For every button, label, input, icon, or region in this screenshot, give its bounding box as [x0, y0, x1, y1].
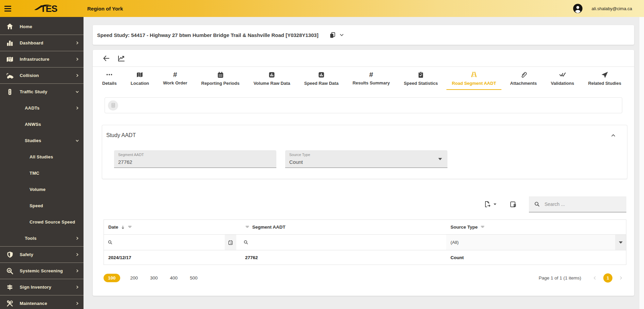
segment-aadt-field[interactable]: Segment AADT 27762: [114, 150, 276, 168]
tab-label: Work Order: [163, 80, 187, 85]
sidebar-item-label: Maintenance: [20, 301, 47, 306]
segment-aadt-filter-cell: [241, 235, 446, 250]
table-row[interactable]: 2024/12/17 27762 Count: [104, 250, 626, 265]
tab-details[interactable]: Details: [102, 67, 117, 90]
column-chooser-button[interactable]: [510, 201, 517, 208]
chevron-right-icon: [75, 285, 79, 289]
sidebar-item-tools[interactable]: Tools: [0, 230, 84, 246]
sidebar-item-tmc[interactable]: TMC: [0, 165, 84, 181]
date-filter-input[interactable]: [115, 240, 225, 245]
tab-speed-raw-data[interactable]: Speed Raw Data: [303, 67, 339, 90]
sidebar-item-safety[interactable]: Safety: [0, 246, 84, 263]
back-arrow-icon: [102, 54, 110, 62]
column-label: Segment AADT: [252, 225, 286, 230]
segment-aadt-filter-input[interactable]: [251, 240, 446, 245]
export-caret-button[interactable]: [493, 203, 497, 206]
grid-filter-row: (All): [104, 235, 626, 250]
copy-title-button[interactable]: [329, 32, 344, 38]
sidebar-item-label: Speed: [30, 203, 43, 208]
chevron-down-icon: [75, 139, 79, 142]
sidebar-item-crowd-source-speed[interactable]: Crowd Source Speed: [0, 214, 84, 230]
bar-chart-icon: [318, 71, 325, 78]
page-size-400[interactable]: 400: [168, 274, 180, 282]
aadt-data-grid: Date Segment AADT Source Type: [104, 219, 626, 265]
page-navigation: Page 1 of 1 (1 items) 1: [539, 273, 626, 283]
date-picker-button[interactable]: [225, 235, 236, 250]
sidebar-item-anwss[interactable]: ANWSs: [0, 116, 84, 132]
chevron-right-icon: [75, 57, 79, 61]
chevron-left-icon: [593, 276, 597, 280]
collapse-section-button[interactable]: [610, 133, 616, 138]
page-info: Page 1 of 1 (1 items): [539, 275, 581, 281]
sidebar-item-dashboard[interactable]: Dashboard: [0, 35, 84, 51]
source-type-value: Count: [289, 159, 303, 165]
header-filter-icon[interactable]: [128, 225, 132, 229]
sidebar-item-traffic-study[interactable]: Traffic Study: [0, 83, 84, 100]
sidebar-item-systemic-screening[interactable]: Systemic Screening: [0, 263, 84, 279]
header-filter-icon[interactable]: [245, 225, 250, 229]
tab-label: Related Studies: [588, 81, 621, 86]
page-scrollbar[interactable]: [639, 17, 644, 309]
sidebar-item-maintenance[interactable]: Maintenance: [0, 295, 84, 309]
ellipsis-icon: [106, 71, 113, 78]
tab-label: Details: [102, 81, 117, 86]
infrastructure-icon: [6, 56, 14, 63]
dropdown-arrow-icon[interactable]: [438, 157, 442, 161]
sidebar-item-speed[interactable]: Speed: [0, 197, 84, 214]
sidebar-item-label: Sign Inventory: [20, 285, 51, 290]
sidebar-item-home[interactable]: Home: [0, 18, 84, 35]
road-icon: [470, 71, 478, 78]
tab-speed-statistics[interactable]: Speed Statistics: [403, 67, 438, 90]
tab-work-order[interactable]: # Work Order: [162, 67, 188, 90]
sidebar-item-sign-inventory[interactable]: Sign Inventory: [0, 279, 84, 295]
dropdown-arrow-icon[interactable]: [615, 235, 626, 250]
calendar-icon: [217, 71, 224, 78]
hamburger-menu-icon[interactable]: [4, 4, 13, 13]
page-size-500[interactable]: 500: [188, 274, 200, 282]
column-header-source-type[interactable]: Source Type: [446, 220, 626, 234]
chevron-right-icon: [75, 302, 79, 305]
tab-reporting-periods[interactable]: Reporting Periods: [201, 67, 240, 90]
calculate-button[interactable]: [108, 100, 118, 111]
column-chooser-icon: [510, 201, 517, 208]
sidebar-item-volume[interactable]: Volume: [0, 181, 84, 197]
tab-results-summary[interactable]: # Results Summary: [352, 67, 390, 90]
segment-aadt-label: Segment AADT: [118, 153, 144, 157]
sidebar-item-collision[interactable]: Collision: [0, 67, 84, 83]
sidebar-item-all-studies[interactable]: All Studies: [0, 149, 84, 165]
tab-volume-raw-data[interactable]: Volume Raw Data: [253, 67, 291, 90]
next-page-button[interactable]: [615, 276, 626, 280]
page-size-300[interactable]: 300: [148, 274, 160, 282]
header-filter-icon[interactable]: [480, 225, 485, 229]
sidebar-item-infrastructure[interactable]: Infrastructure: [0, 51, 84, 67]
tab-validations[interactable]: Validations: [550, 67, 575, 90]
user-avatar[interactable]: [573, 3, 583, 14]
page-size-100[interactable]: 100: [104, 274, 120, 282]
study-aadt-section: Study AADT Segment AADT 27762 Source Typ…: [102, 125, 627, 179]
sidebar-item-aadts[interactable]: AADTs: [0, 100, 84, 116]
page-size-200[interactable]: 200: [128, 274, 140, 282]
previous-page-button[interactable]: [589, 276, 601, 280]
bar-chart-icon: [268, 71, 275, 78]
tab-related-studies[interactable]: Related Studies: [587, 67, 622, 90]
chevron-right-icon: [75, 74, 79, 77]
user-email[interactable]: ali.shalaby@cima.ca: [592, 6, 632, 11]
back-button[interactable]: [102, 54, 110, 62]
systemic-screening-icon: [6, 267, 14, 275]
sidebar-item-label: AADTs: [25, 105, 39, 111]
sidebar-item-studies[interactable]: Studies: [0, 132, 84, 149]
tab-location[interactable]: Location: [130, 67, 150, 90]
source-type-field[interactable]: Source Type Count: [285, 150, 447, 168]
column-header-date[interactable]: Date: [104, 220, 241, 234]
sidebar-nav: Home Dashboard Infrastructure Collision: [0, 17, 84, 309]
trend-chart-button[interactable]: [117, 54, 125, 62]
tab-attachments[interactable]: Attachments: [510, 67, 538, 90]
source-type-filter-select[interactable]: (All): [446, 235, 626, 250]
column-header-segment-aadt[interactable]: Segment AADT: [241, 220, 446, 234]
calendar-icon: [228, 240, 233, 245]
tab-label: Road Segment AADT: [452, 81, 496, 86]
tab-road-segment-aadt[interactable]: Road Segment AADT: [451, 67, 497, 90]
export-button[interactable]: [484, 201, 491, 208]
grid-search-input[interactable]: [545, 201, 623, 207]
page-number-button[interactable]: 1: [603, 273, 612, 283]
